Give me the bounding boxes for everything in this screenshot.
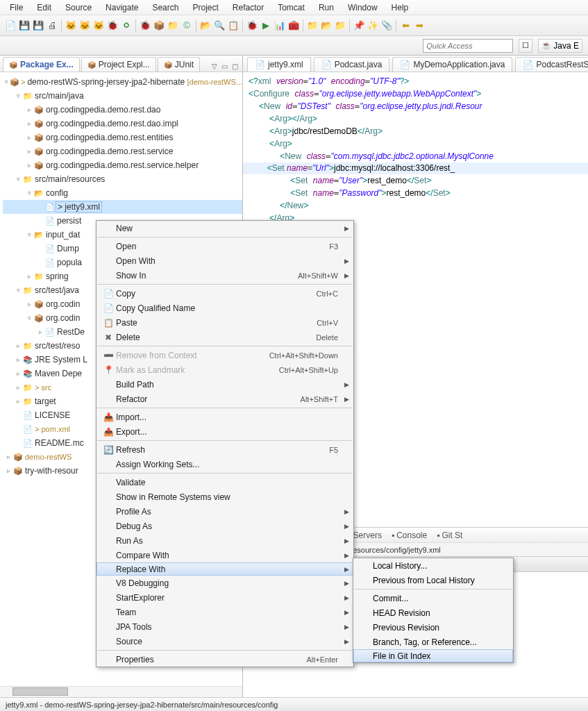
bug-icon[interactable]: 🐞 [106, 19, 119, 32]
new-pkg-icon[interactable]: 📁 [167, 19, 179, 32]
menu-item[interactable]: StartExplorer▶ [96, 590, 353, 605]
menu-edit[interactable]: Edit [30, 1, 58, 14]
view-tab[interactable]: 📦Project Expl... [81, 57, 156, 72]
menu-item[interactable]: Profile As▶ [96, 504, 353, 519]
menu-item[interactable]: Show in Remote Systems view [96, 490, 353, 504]
config-folder[interactable]: config [44, 188, 68, 198]
menu-item[interactable]: 📄Copy Qualified Name [96, 301, 353, 315]
minimize-icon[interactable]: ▭ [220, 61, 229, 72]
view-menu-icon[interactable]: ▽ [210, 61, 219, 72]
menu-item[interactable]: Previous Revision [353, 620, 513, 635]
pkg-service[interactable]: org.codingpedia.demo.rest.service [44, 147, 173, 156]
folder3-icon[interactable]: 📁 [334, 19, 346, 32]
menu-item[interactable]: Team▶ [96, 605, 353, 619]
src-folder[interactable]: > src [33, 383, 51, 392]
pin-icon[interactable]: 📌 [353, 19, 365, 32]
src-test-resources[interactable]: src/test/reso [33, 341, 80, 351]
menu-item[interactable]: 📤Export... [96, 424, 353, 439]
pkg-test2[interactable]: org.codin [44, 313, 80, 323]
restde-file[interactable]: RestDe [56, 327, 85, 337]
tomcat-start-icon[interactable]: 🐱 [65, 19, 77, 32]
replace-with-submenu[interactable]: Local History...Previous from Local Hist… [353, 558, 514, 663]
tree-hscrollbar[interactable] [0, 686, 242, 697]
menu-project[interactable]: Project [185, 1, 225, 14]
jre-library[interactable]: JRE System L [33, 355, 87, 365]
menu-help[interactable]: Help [385, 1, 416, 14]
folder1-icon[interactable]: 📁 [306, 19, 319, 32]
debug-icon[interactable]: 🐞 [139, 19, 151, 32]
menu-item[interactable]: Replace With▶ [96, 562, 353, 576]
maven-deps[interactable]: Maven Depe [33, 369, 82, 378]
search-icon[interactable]: 🔍 [213, 19, 226, 32]
persist-file[interactable]: persist [56, 216, 81, 226]
pkg-entities[interactable]: org.codingpedia.demo.rest.entities [44, 133, 173, 142]
bottom-tab[interactable]: ▪Console [392, 530, 427, 540]
menu-item[interactable]: Debug As▶ [96, 519, 353, 533]
input-data-folder[interactable]: input_dat [44, 230, 80, 240]
menu-item[interactable]: Compare With▶ [96, 548, 353, 562]
pom-xml[interactable]: > pom.xml [33, 425, 70, 433]
debug-run-icon[interactable]: 🐞 [246, 19, 258, 32]
quick-access-input[interactable] [423, 39, 513, 53]
task-icon[interactable]: 📋 [227, 19, 240, 32]
open-perspective-icon[interactable]: ☐ [519, 39, 532, 53]
menu-item[interactable]: V8 Debugging▶ [96, 576, 353, 590]
menu-item[interactable]: Show InAlt+Shift+W▶ [96, 268, 353, 283]
tomcat-stop-icon[interactable]: 🐱 [78, 19, 91, 32]
menu-item[interactable]: File in Git Index [353, 649, 513, 662]
menu-item[interactable]: 📋PasteCtrl+V [96, 315, 353, 330]
menu-item[interactable]: PropertiesAlt+Enter [96, 652, 353, 667]
menu-item[interactable]: New▶ [96, 221, 353, 235]
editor-tab[interactable]: 📄PodcastRestS [515, 57, 588, 72]
menu-item[interactable]: 📥Import... [96, 410, 353, 424]
target-folder[interactable]: target [33, 396, 56, 406]
popula-file[interactable]: popula [56, 258, 82, 267]
spring-folder[interactable]: spring [44, 271, 69, 281]
jetty9-xml-file[interactable]: 📄> jetty9.xml [3, 200, 242, 214]
menu-item[interactable]: Branch, Tag, or Reference... [353, 635, 513, 649]
open-type-icon[interactable]: 📂 [199, 19, 212, 32]
run-circle-icon[interactable]: ⭘ [120, 19, 133, 32]
menu-item[interactable]: OpenF3 [96, 239, 353, 253]
bottom-tab[interactable]: ▪Git St [437, 530, 462, 540]
menu-item[interactable]: Commit... [353, 591, 513, 605]
menu-item[interactable]: Local History... [353, 558, 513, 573]
print-icon[interactable]: 🖨 [46, 19, 58, 32]
pkg-dao-impl[interactable]: org.codingpedia.demo.rest.dao.impl [44, 119, 178, 128]
folder2-icon[interactable]: 📂 [320, 19, 333, 32]
readme-file[interactable]: README.mc [33, 438, 84, 448]
src-test-java[interactable]: src/test/java [33, 285, 79, 295]
new-class-icon[interactable]: © [180, 19, 193, 32]
view-tab[interactable]: 📦JUnit [158, 57, 200, 72]
profile-icon[interactable]: 📊 [274, 19, 286, 32]
menu-search[interactable]: Search [145, 1, 185, 14]
menu-item[interactable]: Source▶ [96, 634, 353, 649]
menu-source[interactable]: Source [58, 1, 99, 14]
editor-tab[interactable]: 📄jetty9.xml [247, 57, 311, 72]
tomcat-restart-icon[interactable]: 🐱 [92, 19, 105, 32]
save-icon[interactable]: 💾 [18, 19, 31, 32]
wand-icon[interactable]: ✨ [367, 19, 379, 32]
demo-restws-project[interactable]: demo-restWS [24, 453, 72, 461]
save-all-icon[interactable]: 💾 [32, 19, 44, 32]
new-icon[interactable]: 📄 [4, 19, 17, 32]
menu-item[interactable]: 📄CopyCtrl+C [96, 286, 353, 301]
menu-item[interactable]: Previous from Local History [353, 573, 513, 587]
run-icon[interactable]: ▶ [260, 19, 272, 32]
menu-file[interactable]: File [3, 1, 30, 14]
menu-navigate[interactable]: Navigate [99, 1, 145, 14]
menu-item[interactable]: Open With▶ [96, 253, 353, 268]
menu-item[interactable]: ✖DeleteDelete [96, 330, 353, 344]
menu-item[interactable]: 🔄RefreshF5 [96, 442, 353, 457]
pkg-test1[interactable]: org.codin [44, 299, 80, 309]
maximize-icon[interactable]: ▢ [230, 61, 240, 72]
menu-item[interactable]: Run As▶ [96, 533, 353, 548]
build-icon[interactable]: 📦 [153, 19, 165, 32]
menu-item[interactable]: JPA Tools▶ [96, 619, 353, 634]
menu-tomcat[interactable]: Tomcat [271, 1, 312, 14]
menu-item[interactable]: Build Path▶ [96, 377, 353, 392]
license-file[interactable]: LICENSE [33, 410, 70, 420]
menu-item[interactable]: Validate [96, 475, 353, 490]
menu-item[interactable]: Assign Working Sets... [96, 457, 353, 471]
pkg-dao[interactable]: org.codingpedia.demo.rest.dao [44, 105, 160, 115]
